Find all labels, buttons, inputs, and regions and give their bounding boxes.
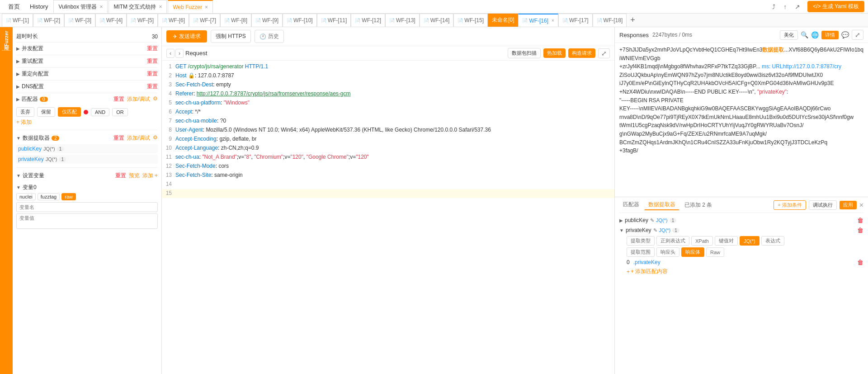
and-btn[interactable]: AND: [91, 108, 109, 116]
scope-tab-response-body[interactable]: 响应体: [681, 247, 704, 257]
tab-wf11[interactable]: 📄WF-[11]: [317, 14, 351, 27]
close-mitm-icon[interactable]: ×: [159, 4, 162, 10]
packet-scan-btn[interactable]: 数据包扫描: [508, 48, 541, 58]
hot-load-btn[interactable]: 热加载: [543, 48, 566, 58]
extractor-add-debug[interactable]: 添加/调试: [127, 134, 150, 142]
upload-icon[interactable]: ↑: [780, 3, 790, 10]
tab-wf8[interactable]: 📄WF-[8]: [220, 14, 251, 27]
scope-tab-raw[interactable]: Raw: [706, 247, 724, 257]
sidebar-fuzzer-label[interactable]: Fuzzer: [3, 29, 10, 48]
prev-arrow-btn[interactable]: ‹: [166, 49, 175, 58]
var-name-input[interactable]: [16, 202, 158, 212]
type-tab-jq[interactable]: JQ(*): [740, 236, 760, 246]
tab-wf1[interactable]: 📄WF-[1]: [2, 14, 33, 27]
ext-tab-extractor[interactable]: 数据提取器: [645, 200, 679, 210]
retry-config-label[interactable]: 重试配置: [22, 57, 43, 65]
dns-config-reset[interactable]: 重置: [147, 83, 158, 90]
only-match-btn[interactable]: 仅匹配: [58, 107, 81, 117]
matcher-add-debug[interactable]: 添加/调试: [127, 95, 150, 103]
detail-btn[interactable]: 详情: [821, 31, 839, 39]
extractor-label[interactable]: 数据提取器: [23, 134, 50, 142]
tab-wf3[interactable]: 📄WF-[3]: [64, 14, 95, 27]
next-arrow-btn[interactable]: ›: [175, 49, 184, 58]
tab-wf5[interactable]: 📄WF-[5]: [127, 14, 158, 27]
retry-config-reset[interactable]: 重置: [147, 57, 158, 65]
privatekey-expand-chevron[interactable]: ▼: [619, 228, 624, 233]
tab-unnamed0[interactable]: 未命名[0]: [488, 14, 518, 27]
type-tab-extract-type[interactable]: 提取类型: [627, 236, 655, 246]
publickey-expand-chevron[interactable]: ▶: [619, 218, 623, 223]
privatekey-del-icon[interactable]: 🗑: [857, 227, 863, 234]
matcher-settings-icon[interactable]: ⚙: [153, 95, 158, 103]
tab-wf15[interactable]: 📄WF-[15]: [453, 14, 488, 27]
match-key[interactable]: .privateKey: [633, 259, 660, 265]
or-btn[interactable]: OR: [112, 108, 128, 116]
close-vulinbox-icon[interactable]: ×: [99, 4, 103, 10]
type-tab-xpath[interactable]: XPath: [691, 236, 713, 246]
dns-config-label[interactable]: DNS配置: [22, 83, 44, 90]
discard-btn[interactable]: 丢弃: [16, 107, 34, 117]
export-icon[interactable]: ↗: [791, 3, 804, 10]
var-add[interactable]: 添加 +: [142, 172, 158, 180]
search-icon[interactable]: 🔍: [801, 31, 808, 38]
close-panel-icon[interactable]: ×: [859, 201, 863, 209]
ext-tab-matcher[interactable]: 匹配器: [619, 200, 643, 210]
matcher-reset[interactable]: 重置: [113, 95, 124, 103]
expand-btn[interactable]: ⤢: [598, 48, 610, 58]
tab-wf7[interactable]: 📄WF-[7]: [189, 14, 220, 27]
comment-icon[interactable]: 💬: [841, 31, 849, 38]
share-icon[interactable]: ⤴: [769, 3, 779, 10]
sidebar-series-label[interactable]: 序列: [2, 52, 11, 56]
tab-wf18[interactable]: 📄WF-[18]: [593, 14, 627, 27]
apply-btn[interactable]: 应用: [840, 201, 857, 209]
type-tab-keyval[interactable]: 键值对: [715, 236, 738, 246]
extractor-privatekey-label[interactable]: privateKey: [18, 156, 44, 162]
tab-wf16[interactable]: 📄WF-[16] ×: [518, 14, 558, 27]
type-tab-expr[interactable]: 表达式: [761, 236, 784, 246]
beautify-btn[interactable]: 美化: [780, 30, 798, 40]
tab-add-btn[interactable]: +: [627, 15, 639, 25]
response-expand-btn[interactable]: ⤢: [852, 30, 863, 40]
matcher-add-link[interactable]: + 添加: [16, 118, 158, 126]
var-label[interactable]: 设置变量: [23, 172, 44, 180]
history-btn[interactable]: 🕐 历史: [255, 30, 284, 43]
redirect-config-label[interactable]: 重定向配置: [22, 70, 49, 78]
debug-exec-btn[interactable]: 调试执行: [809, 200, 837, 210]
tag-fuzztag[interactable]: fuzztag: [38, 193, 60, 200]
extractor-settings-icon[interactable]: ⚙: [153, 134, 158, 142]
dev-config-reset[interactable]: 重置: [147, 45, 158, 52]
privatekey-ext-label[interactable]: privateKey: [626, 227, 651, 233]
redirect-config-reset[interactable]: 重置: [147, 70, 158, 78]
match-del-icon[interactable]: 🗑: [857, 259, 863, 266]
tab-wf17[interactable]: 📄WF-[17]: [558, 14, 593, 27]
tag-raw[interactable]: raw: [61, 193, 76, 200]
nav-history[interactable]: History: [25, 0, 52, 13]
publickey-del-icon[interactable]: 🗑: [857, 217, 863, 224]
nav-mitm[interactable]: MITM 交互式劫持 ×: [108, 0, 167, 13]
extractor-reset[interactable]: 重置: [113, 134, 124, 142]
tab-wf2[interactable]: 📄WF-[2]: [33, 14, 64, 27]
var-value-input[interactable]: [16, 213, 158, 229]
scope-tab-response-header[interactable]: 响应头: [656, 247, 679, 257]
yaml-btn[interactable]: </> 生成 Yaml 模板: [807, 1, 864, 12]
tag-nuclei[interactable]: nuclei: [16, 193, 36, 200]
tab-wf6[interactable]: 📄WF-[6]: [158, 14, 189, 27]
save-btn[interactable]: 保留: [37, 107, 55, 117]
tab-wf4[interactable]: 📄WF-[4]: [95, 14, 127, 27]
matcher-label[interactable]: 匹配器: [22, 95, 38, 103]
nav-vulinbox[interactable]: Vulinbox 管理器 ×: [53, 0, 108, 13]
scope-tab-extract-range[interactable]: 提取范围: [627, 247, 655, 257]
close-webfuzzer-icon[interactable]: ×: [205, 4, 208, 10]
publickey-edit-icon[interactable]: ✎: [650, 218, 654, 223]
publickey-ext-label[interactable]: publicKey: [625, 217, 648, 223]
construct-request-btn[interactable]: 构造请求: [568, 48, 595, 58]
tab-wf13[interactable]: 📄WF-[13]: [385, 14, 420, 27]
tab-wf14[interactable]: 📄WF-[14]: [420, 14, 454, 27]
close-wf16-icon[interactable]: ×: [552, 18, 554, 23]
extractor-publickey-label[interactable]: publicKey: [18, 146, 42, 152]
chrome-icon[interactable]: 🌐: [811, 31, 819, 38]
tab-wf10[interactable]: 📄WF-[10]: [283, 14, 317, 27]
tab-wf12[interactable]: 📄WF-[12]: [351, 14, 385, 27]
type-tab-regex[interactable]: 正则表达式: [656, 236, 689, 246]
send-request-btn[interactable]: ✈ 发送请求: [166, 30, 207, 43]
